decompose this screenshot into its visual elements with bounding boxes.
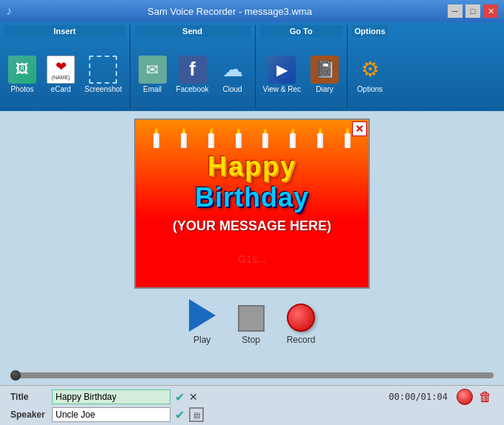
diary-button[interactable]: 📓 Diary — [307, 53, 342, 96]
title-row: Title ✔ ✕ 00:00/01:04 🗑 — [10, 389, 494, 405]
viewrec-icon: ▶ — [268, 56, 296, 84]
candle-5 — [262, 126, 268, 148]
card-popup: ✕ Happy Birthday (YOUR MESSAGE HERE) G1s… — [134, 118, 370, 289]
email-label: Email — [143, 85, 162, 93]
card-close-button[interactable]: ✕ — [352, 121, 367, 136]
flame-4 — [236, 126, 241, 133]
speaker-icon[interactable]: ▤ — [189, 407, 204, 422]
watermark: G1s... — [238, 253, 265, 265]
flame-3 — [209, 126, 213, 133]
flame-8 — [345, 126, 350, 133]
main-area: ✕ Happy Birthday (YOUR MESSAGE HERE) G1s… — [0, 111, 504, 363]
toolbar-send-section: Send ✉ Email f Facebook ☁ Cloud — [130, 25, 256, 108]
flame-1 — [154, 126, 159, 133]
delete-icon[interactable]: 🗑 — [477, 389, 494, 405]
cloud-label: Cloud — [222, 85, 242, 93]
toolbar-insert-section: Insert 🖼 Photos ❤ (NAME) eCard Screensho… — [0, 25, 130, 108]
flame-2 — [182, 126, 186, 133]
audio-icon: ♪ — [6, 4, 12, 18]
metadata-area: Title ✔ ✕ 00:00/01:04 🗑 Speaker ✔ ▤ — [0, 385, 504, 425]
flame-5 — [263, 126, 268, 133]
send-buttons: ✉ Email f Facebook ☁ Cloud — [135, 40, 251, 108]
play-label: Play — [193, 335, 210, 345]
timeline-area — [0, 363, 504, 385]
candle-body-1 — [153, 133, 159, 148]
email-button[interactable]: ✉ Email — [135, 53, 170, 96]
window-title: Sam Voice Recorder - message3.wma — [147, 6, 312, 17]
candle-4 — [236, 126, 242, 148]
screenshot-label: Screenshot — [84, 85, 122, 93]
record-label: Record — [287, 335, 316, 345]
photos-label: Photos — [10, 85, 33, 93]
candle-body-7 — [317, 133, 323, 148]
facebook-icon: f — [179, 56, 207, 84]
options-button[interactable]: ⚙ Options — [352, 53, 388, 96]
happy-text: Happy — [136, 151, 368, 182]
candle-2 — [181, 126, 187, 148]
speaker-input[interactable] — [52, 407, 170, 422]
title-field-label: Title — [10, 392, 47, 402]
card-candles — [136, 120, 368, 148]
email-icon: ✉ — [139, 56, 167, 84]
title-input[interactable] — [52, 389, 170, 404]
playback-controls: Play Stop Record — [189, 299, 316, 345]
toolbar-options-section: Options ⚙ Options — [348, 25, 392, 108]
cloud-button[interactable]: ☁ Cloud — [215, 53, 251, 96]
flame-7 — [318, 126, 322, 133]
insert-section-label: Insert — [4, 25, 125, 37]
candle-1 — [153, 126, 159, 148]
insert-buttons: 🖼 Photos ❤ (NAME) eCard Screenshot — [4, 40, 125, 108]
stop-button[interactable]: Stop — [238, 305, 265, 345]
message-placeholder: (YOUR MESSAGE HERE) — [136, 215, 368, 238]
window-controls: ─ □ ✕ — [448, 4, 498, 18]
maximize-button[interactable]: □ — [465, 4, 480, 18]
photos-button[interactable]: 🖼 Photos — [4, 53, 40, 96]
flame-6 — [291, 126, 295, 133]
ecard-label: eCard — [50, 85, 70, 93]
toolbar-goto-section: Go To ▶ View & Rec 📓 Diary — [256, 25, 348, 108]
stop-icon — [238, 305, 265, 332]
candle-3 — [208, 126, 214, 148]
record-icon — [287, 304, 315, 332]
facebook-label: Facebook — [176, 85, 209, 93]
options-label: Options — [357, 85, 382, 93]
diary-icon: 📓 — [311, 56, 339, 84]
screenshot-button[interactable]: Screenshot — [82, 53, 125, 96]
candle-body-2 — [181, 133, 187, 148]
time-display: 00:00/01:04 — [389, 392, 448, 402]
title-x-icon[interactable]: ✕ — [189, 391, 198, 403]
viewrec-button[interactable]: ▶ View & Rec — [260, 53, 305, 96]
title-check-icon[interactable]: ✔ — [175, 390, 185, 404]
progress-thumb[interactable] — [10, 370, 21, 381]
happy-birthday-display: Happy Birthday — [136, 148, 368, 215]
candle-body-4 — [236, 133, 242, 148]
stop-label: Stop — [242, 335, 260, 345]
candle-6 — [290, 126, 296, 148]
photos-icon: 🖼 — [8, 56, 36, 84]
play-button[interactable]: Play — [189, 299, 216, 345]
diary-label: Diary — [316, 85, 333, 93]
minimize-button[interactable]: ─ — [448, 4, 462, 18]
candle-body-8 — [345, 133, 351, 148]
viewrec-label: View & Rec — [263, 85, 302, 93]
screenshot-icon — [89, 56, 117, 84]
goto-buttons: ▶ View & Rec 📓 Diary — [260, 40, 343, 108]
record-button[interactable]: Record — [287, 304, 316, 345]
send-section-label: Send — [135, 25, 251, 37]
title-bar: ♪ Sam Voice Recorder - message3.wma ─ □ … — [0, 0, 504, 22]
candle-body-5 — [262, 133, 268, 148]
toolbar: Insert 🖼 Photos ❤ (NAME) eCard Screensho… — [0, 22, 504, 111]
play-icon — [189, 299, 216, 332]
ecard-button[interactable]: ❤ (NAME) eCard — [43, 53, 79, 96]
facebook-button[interactable]: f Facebook — [173, 53, 212, 96]
progress-bar[interactable] — [10, 372, 494, 378]
close-button[interactable]: ✕ — [483, 4, 498, 18]
candle-body-6 — [290, 133, 296, 148]
ecard-icon: ❤ (NAME) — [47, 56, 75, 84]
candle-8 — [345, 126, 351, 148]
options-buttons: ⚙ Options — [352, 40, 388, 108]
speaker-check-icon[interactable]: ✔ — [175, 408, 185, 422]
mini-record-icon — [457, 389, 473, 405]
candle-7 — [317, 126, 323, 148]
goto-section-label: Go To — [260, 25, 343, 37]
